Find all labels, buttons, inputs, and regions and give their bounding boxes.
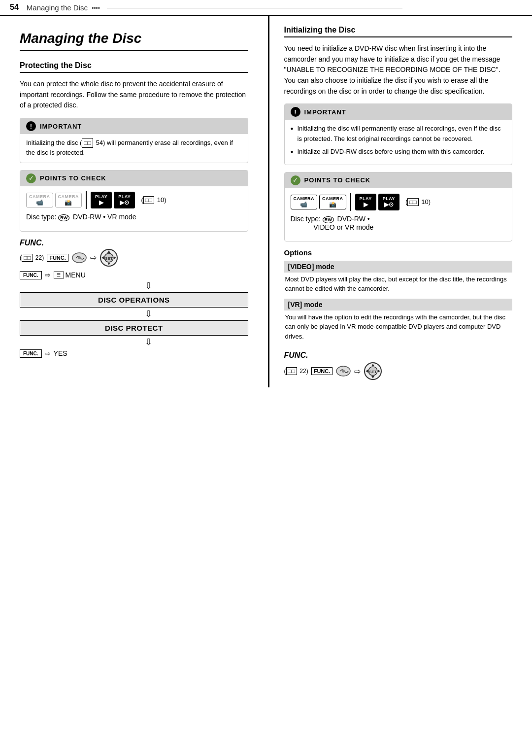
option-vr-title: [VR] mode xyxy=(284,299,513,310)
func-box-menu: FUNC. xyxy=(20,271,42,279)
func-label-right: FUNC. xyxy=(284,351,308,360)
options-heading: Options xyxy=(284,248,513,257)
important-text-1: Initializing the disc (□□ 54) will perma… xyxy=(26,138,242,158)
right-arrow-func-right: ⇨ xyxy=(354,367,361,376)
points-box-2: ✓ POINTS TO CHECK CAMERA 📹 CAMERA 📸 PLAY… xyxy=(284,172,513,241)
points-label-1: POINTS TO CHECK xyxy=(40,174,106,182)
points-header-2: ✓ POINTS TO CHECK xyxy=(285,172,512,188)
page-title: Managing the Disc xyxy=(20,31,248,51)
down-arrow-1: ⇩ xyxy=(49,280,248,291)
page-ref-1: (□□ 10) xyxy=(141,196,166,204)
func-small-label-right: FUNC. xyxy=(311,367,333,375)
mode-buttons-2: CAMERA 📹 CAMERA 📸 PLAY ▶ PLAY ▶⊙ (□□ xyxy=(291,193,506,211)
play1-button: PLAY ▶ xyxy=(91,192,112,208)
disc-type-2: Disc type: RW DVD-RW • VIDEO or VR mode xyxy=(291,215,506,231)
points-icon-2: ✓ xyxy=(291,175,300,185)
important-box-2: ! IMPORTANT Initializing the disc will p… xyxy=(284,103,513,165)
init-heading: Initializing the Disc xyxy=(284,26,513,37)
play2-button: PLAY ▶⊙ xyxy=(114,192,135,208)
right-arrow-func: ⇨ xyxy=(90,253,97,262)
option-video: [VIDEO] mode Most DVD players will play … xyxy=(284,261,513,294)
option-vr-text: You will have the option to edit the rec… xyxy=(284,312,513,342)
svg-point-10 xyxy=(342,370,345,373)
yes-row: FUNC. ⇨ YES xyxy=(20,349,248,358)
points-label-2: POINTS TO CHECK xyxy=(304,176,371,184)
svg-text:SET: SET xyxy=(105,256,113,261)
func-row: FUNC. xyxy=(20,239,248,247)
menu-flow: FUNC. ⇨ ☰ MENU ⇩ DISC OPERATIONS ⇩ DISC … xyxy=(20,271,248,358)
func-dial-icon xyxy=(71,250,87,266)
points-box-1: ✓ POINTS TO CHECK CAMERA 📹 CAMERA 📸 PLAY xyxy=(20,170,248,232)
header-bar: 54 Managing the Disc •••• xyxy=(0,0,532,16)
separator-r xyxy=(350,193,351,211)
func-section-left: FUNC. (□□ 22) FUNC. ⇨ SET xyxy=(20,239,248,358)
page-ref-2: (□□ 10) xyxy=(405,198,431,206)
important-icon-2: ! xyxy=(291,107,300,117)
mode-buttons-1: CAMERA 📹 CAMERA 📸 PLAY ▶ PLAY ▶⊙ xyxy=(26,191,242,209)
disc-type-1: Disc type: RW DVD-RW • VR mode xyxy=(26,213,242,221)
func-small-label: FUNC. xyxy=(47,254,68,262)
play2-button-r: PLAY ▶⊙ xyxy=(378,194,399,210)
right-column: Initializing the Disc You need to initia… xyxy=(268,16,513,387)
set-dial-icon: SET xyxy=(100,248,118,267)
down-arrow-3: ⇩ xyxy=(49,337,248,347)
option-video-title: [VIDEO] mode xyxy=(284,261,513,273)
important-icon-1: ! xyxy=(26,121,36,131)
func-dial-icon-right xyxy=(335,363,351,379)
camera1-button: CAMERA 📹 xyxy=(26,193,53,207)
protecting-text: You can protect the whole disc to preven… xyxy=(20,79,248,111)
svg-point-1 xyxy=(78,256,81,259)
important-label-2: IMPORTANT xyxy=(304,108,346,116)
option-video-text: Most DVD players will play the disc, but… xyxy=(284,275,513,294)
set-dial-icon-right: SET xyxy=(364,362,382,380)
main-content: Managing the Disc Protecting the Disc Yo… xyxy=(0,16,532,387)
init-text: You need to initialize a DVD-RW disc whe… xyxy=(284,43,513,97)
important-header-1: ! IMPORTANT xyxy=(20,118,248,134)
disc-operations-box: DISC OPERATIONS xyxy=(20,292,248,308)
arrow-menu: ⇨ xyxy=(45,271,51,279)
func-page-ref: (□□ 22) xyxy=(20,254,44,262)
disc-protect-box: DISC PROTECT xyxy=(20,320,248,336)
points-header-1: ✓ POINTS TO CHECK xyxy=(20,171,248,186)
separator xyxy=(86,191,87,209)
important-bullet-1: Initializing the disc will permanently e… xyxy=(291,124,506,143)
menu-label: MENU xyxy=(66,271,86,279)
menu-icon: ☰ xyxy=(54,271,64,279)
camera2-button: CAMERA 📸 xyxy=(55,193,82,207)
svg-text:SET: SET xyxy=(369,370,377,374)
camera1-button-r: CAMERA 📹 xyxy=(291,195,318,209)
left-column: Managing the Disc Protecting the Disc Yo… xyxy=(20,16,248,387)
yes-label: YES xyxy=(54,349,67,357)
protecting-heading: Protecting the Disc xyxy=(20,61,248,73)
flow-item-menu: FUNC. ⇨ ☰ MENU xyxy=(20,271,248,279)
important-bullet-2: Initialize all DVD-RW discs before using… xyxy=(291,147,506,157)
page-number: 54 xyxy=(10,3,19,12)
important-label-1: IMPORTANT xyxy=(40,123,82,130)
func-section-right: FUNC. (□□ 22) FUNC. ⇨ SET xyxy=(284,351,513,380)
arrow-yes: ⇨ xyxy=(45,349,51,357)
func-page-ref-right: (□□ 22) xyxy=(284,367,308,375)
option-vr: [VR] mode You will have the option to ed… xyxy=(284,299,513,342)
func-box-yes: FUNC. xyxy=(20,349,42,358)
header-title: Managing the Disc •••• xyxy=(27,3,402,12)
important-header-2: ! IMPORTANT xyxy=(285,104,512,120)
points-icon-1: ✓ xyxy=(26,173,36,183)
camera2-button-r: CAMERA 📸 xyxy=(319,195,346,209)
play1-button-r: PLAY ▶ xyxy=(355,194,376,210)
func-label: FUNC. xyxy=(20,239,44,247)
important-box-1: ! IMPORTANT Initializing the disc (□□ 54… xyxy=(20,118,248,163)
down-arrow-2: ⇩ xyxy=(49,309,248,319)
